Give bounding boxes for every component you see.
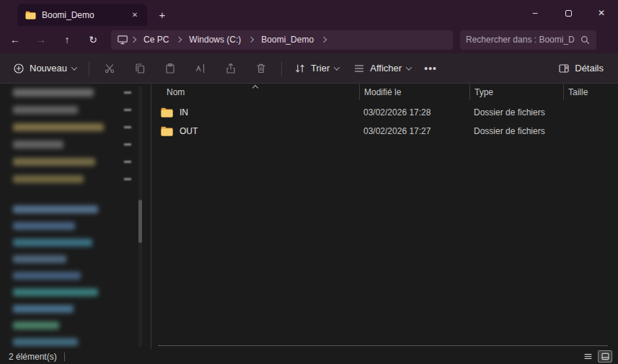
redacted-tree-item[interactable] bbox=[13, 123, 104, 131]
redacted-tree-chevron[interactable] bbox=[124, 161, 131, 163]
sort-ascending-icon bbox=[252, 85, 257, 91]
list-view-icon bbox=[583, 352, 593, 361]
up-button[interactable]: ↑ bbox=[56, 30, 78, 50]
redacted-tree-chevron[interactable] bbox=[124, 109, 131, 111]
view-button[interactable]: Afficher bbox=[346, 57, 418, 80]
redacted-tree-item[interactable] bbox=[13, 255, 66, 263]
command-toolbar: Nouveau bbox=[0, 53, 618, 84]
sort-button-label: Trier bbox=[311, 63, 330, 74]
ellipsis-icon: ••• bbox=[424, 63, 437, 74]
file-rows: IN 03/02/2026 17:28 Dossier de fichiers … bbox=[152, 100, 618, 141]
share-icon bbox=[225, 63, 237, 74]
redacted-tree-item[interactable] bbox=[13, 305, 74, 313]
forward-button[interactable]: → bbox=[30, 30, 52, 50]
search-icon bbox=[580, 35, 591, 45]
redacted-tree-item[interactable] bbox=[13, 338, 78, 346]
column-header-type[interactable]: Type bbox=[469, 84, 563, 100]
address-bar[interactable]: Ce PC Windows (C:) Boomi_Demo bbox=[111, 30, 453, 50]
redacted-tree-item[interactable] bbox=[13, 272, 81, 280]
copy-icon bbox=[134, 63, 146, 74]
statusbar-divider bbox=[64, 352, 65, 361]
breadcrumb-windows-c[interactable]: Windows (C:) bbox=[184, 33, 246, 46]
search-box[interactable] bbox=[460, 30, 596, 50]
chevron-right-icon bbox=[248, 37, 254, 43]
redacted-tree-item[interactable] bbox=[13, 239, 92, 247]
details-pane-icon bbox=[558, 63, 570, 74]
share-button[interactable] bbox=[216, 57, 246, 80]
maximize-icon bbox=[565, 10, 572, 17]
file-explorer-window: Boomi_Demo ✕ + – ✕ ← → ↑ ↻ Ce PC Window bbox=[0, 0, 618, 364]
paste-button[interactable] bbox=[155, 57, 185, 80]
redacted-tree-item[interactable] bbox=[13, 222, 75, 230]
breadcrumb-boomi-demo[interactable]: Boomi_Demo bbox=[256, 33, 319, 46]
new-button[interactable]: Nouveau bbox=[6, 57, 84, 80]
file-modified: 03/02/2026 17:27 bbox=[359, 126, 469, 136]
tab-close-button[interactable]: ✕ bbox=[128, 9, 141, 22]
explorer-tab[interactable]: Boomi_Demo ✕ bbox=[17, 4, 147, 26]
redacted-tree-chevron[interactable] bbox=[124, 126, 131, 128]
chevron-down-icon bbox=[71, 64, 77, 70]
window-controls: – ✕ bbox=[518, 0, 618, 26]
rename-button[interactable] bbox=[185, 57, 216, 80]
column-header-size-label: Taille bbox=[568, 87, 588, 97]
chevron-right-icon bbox=[321, 37, 327, 43]
column-header-modified[interactable]: Modifié le bbox=[359, 84, 469, 100]
view-button-label: Afficher bbox=[370, 63, 402, 74]
sidebar-scrollbar-thumb[interactable] bbox=[138, 200, 142, 243]
scissors-icon bbox=[104, 63, 115, 74]
file-modified: 03/02/2026 17:28 bbox=[359, 107, 469, 117]
details-pane-button[interactable]: Détails bbox=[551, 57, 611, 80]
file-row-in[interactable]: IN 03/02/2026 17:28 Dossier de fichiers bbox=[152, 103, 618, 122]
new-tab-button[interactable]: + bbox=[153, 5, 172, 24]
close-button[interactable]: ✕ bbox=[585, 0, 618, 26]
sort-button[interactable]: Trier bbox=[287, 57, 346, 80]
back-button[interactable]: ← bbox=[4, 30, 26, 50]
redacted-tree-item[interactable] bbox=[13, 175, 84, 183]
thumbnail-view-toggle[interactable] bbox=[598, 350, 612, 363]
search-input[interactable] bbox=[466, 35, 580, 45]
refresh-button[interactable]: ↻ bbox=[82, 30, 104, 50]
more-options-button[interactable]: ••• bbox=[418, 57, 443, 80]
details-view-toggle[interactable] bbox=[581, 350, 595, 363]
chevron-down-icon bbox=[406, 64, 412, 70]
file-name: OUT bbox=[180, 126, 198, 136]
cut-button[interactable] bbox=[94, 57, 125, 80]
toolbar-separator bbox=[89, 61, 89, 76]
titlebar: Boomi_Demo ✕ + – ✕ bbox=[0, 0, 618, 26]
redacted-tree-item[interactable] bbox=[13, 288, 98, 296]
redacted-tree-item[interactable] bbox=[13, 158, 95, 166]
folder-icon bbox=[25, 11, 36, 19]
breadcrumb-this-pc[interactable]: Ce PC bbox=[138, 33, 174, 46]
redacted-tree-item[interactable] bbox=[13, 89, 94, 97]
tab-title: Boomi_Demo bbox=[42, 10, 123, 20]
column-header-size[interactable]: Taille bbox=[563, 84, 618, 100]
horizontal-scrollbar[interactable] bbox=[158, 345, 608, 346]
view-list-icon bbox=[353, 63, 365, 74]
minimize-button[interactable]: – bbox=[518, 0, 552, 26]
sort-arrows-icon bbox=[294, 63, 306, 74]
status-bar: 2 élément(s) bbox=[0, 349, 618, 364]
column-header-modified-label: Modifié le bbox=[364, 87, 401, 97]
redacted-tree-item[interactable] bbox=[13, 106, 78, 114]
column-header-row: Nom Modifié le Type Taille bbox=[152, 84, 618, 100]
redacted-tree-item[interactable] bbox=[13, 321, 59, 329]
redacted-tree-chevron[interactable] bbox=[124, 143, 131, 146]
file-row-out[interactable]: OUT 03/02/2026 17:27 Dossier de fichiers bbox=[152, 122, 618, 141]
rename-icon bbox=[195, 63, 206, 74]
redacted-tree-chevron[interactable] bbox=[124, 178, 131, 180]
redacted-tree-chevron[interactable] bbox=[124, 92, 131, 94]
column-header-name-label: Nom bbox=[167, 87, 185, 97]
folder-icon bbox=[161, 126, 173, 136]
column-header-name[interactable]: Nom bbox=[152, 84, 359, 100]
delete-button[interactable] bbox=[246, 57, 276, 80]
maximize-button[interactable] bbox=[552, 0, 585, 26]
chevron-right-icon bbox=[131, 37, 136, 43]
redacted-tree-item[interactable] bbox=[13, 205, 98, 213]
folder-icon bbox=[161, 107, 173, 117]
thumbnail-view-icon bbox=[601, 352, 610, 361]
navigation-bar: ← → ↑ ↻ Ce PC Windows (C:) Boomi_Demo bbox=[0, 26, 618, 53]
chevron-down-icon bbox=[334, 64, 340, 70]
copy-button[interactable] bbox=[125, 57, 155, 80]
redacted-tree-item[interactable] bbox=[13, 141, 63, 148]
file-name: IN bbox=[180, 107, 188, 117]
